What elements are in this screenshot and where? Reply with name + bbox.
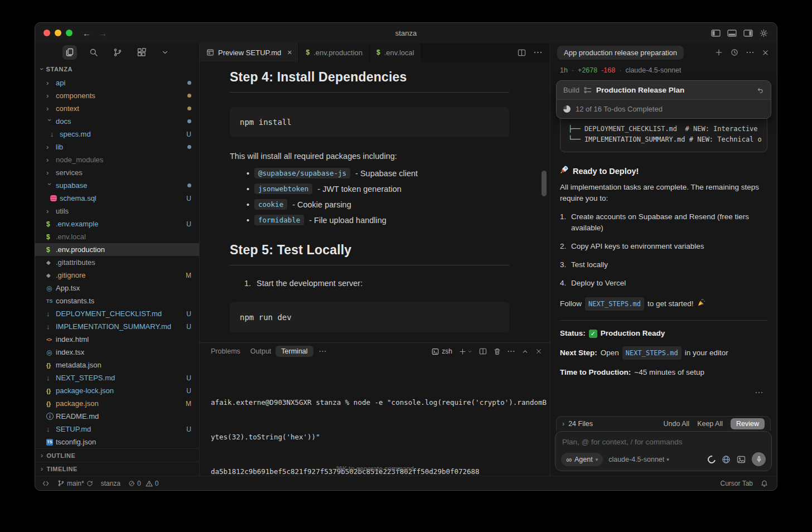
- project-name[interactable]: stanza: [101, 480, 120, 487]
- changed-files-bar[interactable]: › 24 Files Undo All Keep All Review: [556, 416, 771, 431]
- problems-indicator[interactable]: 0 0: [128, 480, 158, 487]
- generate-command-hint[interactable]: ⌘K to generate command: [200, 465, 550, 473]
- undo-icon[interactable]: [756, 86, 764, 94]
- close-panel-icon[interactable]: [535, 348, 542, 355]
- tab-env-production[interactable]: $ .env.production: [299, 43, 370, 62]
- explorer-item[interactable]: › constants.ts: [35, 294, 199, 307]
- more-icon[interactable]: [746, 51, 754, 54]
- tab-env-local[interactable]: $ .env.local: [370, 43, 422, 62]
- outline-section[interactable]: › OUTLINE: [35, 448, 199, 462]
- explorer-item[interactable]: › components: [35, 89, 199, 102]
- search-icon[interactable]: [86, 45, 101, 60]
- toggle-right-panel-icon[interactable]: [743, 30, 753, 37]
- explorer-item[interactable]: › schema.sql U: [35, 192, 199, 205]
- terminal-output[interactable]: afaik.externe@D903NX5GXR stanza % node -…: [200, 360, 550, 476]
- explorer-item[interactable]: › docs: [35, 115, 199, 128]
- trash-icon[interactable]: [494, 348, 501, 355]
- tab-problems[interactable]: Problems: [211, 347, 240, 355]
- minimize-window-button[interactable]: [55, 30, 61, 36]
- explorer-item[interactable]: › tsconfig.json: [35, 436, 199, 448]
- inline-code-file[interactable]: NEXT_STEPS.md: [585, 297, 644, 311]
- explorer-item[interactable]: › index.html: [35, 333, 199, 346]
- folder-twisty-icon: ›: [46, 119, 54, 128]
- more-icon[interactable]: [508, 350, 515, 352]
- explorer-item[interactable]: › README.md: [35, 410, 199, 423]
- explorer-item[interactable]: › metadata.json: [35, 359, 199, 371]
- new-chat-icon[interactable]: [715, 49, 723, 56]
- tab-preview-setup-md[interactable]: Preview SETUP.md ×: [200, 43, 299, 62]
- message-more-actions-icon[interactable]: [560, 386, 767, 397]
- chat-input-box[interactable]: ∞ Agent ▾ claude-4.5-sonnet ▾: [555, 431, 772, 471]
- explorer-item[interactable]: › .env.local: [35, 230, 199, 243]
- split-editor-icon[interactable]: [518, 49, 526, 56]
- todo-progress-row[interactable]: 12 of 16 To-dos Completed: [557, 99, 771, 118]
- back-arrow-icon[interactable]: ←: [83, 28, 91, 38]
- files-icon[interactable]: [62, 45, 77, 60]
- close-chat-icon[interactable]: [762, 49, 769, 56]
- tab-output[interactable]: Output: [250, 347, 272, 355]
- explorer-item[interactable]: › specs.md U: [35, 128, 199, 141]
- explorer-item[interactable]: › lib: [35, 141, 199, 153]
- shell-label[interactable]: zsh: [432, 347, 452, 355]
- split-terminal-icon[interactable]: [479, 348, 487, 355]
- chat-input[interactable]: [562, 438, 765, 446]
- todo-plan-card[interactable]: Build Production Release Plan 12 of 16 T…: [556, 80, 771, 119]
- explorer-item[interactable]: › utils: [35, 205, 199, 217]
- explorer-item[interactable]: › SETUP.md U: [35, 423, 199, 436]
- close-window-button[interactable]: [44, 30, 50, 36]
- agent-mode-selector[interactable]: ∞ Agent ▾: [561, 453, 603, 466]
- globe-icon[interactable]: [722, 455, 731, 464]
- model-selector[interactable]: claude-4.5-sonnet ▾: [608, 456, 669, 463]
- explorer-root-header[interactable]: › STANZA: [35, 62, 199, 76]
- toggle-bottom-panel-icon[interactable]: [727, 30, 737, 37]
- explorer-item[interactable]: › DEPLOYMENT_CHECKLIST.md U: [35, 307, 199, 320]
- explorer-item[interactable]: › supabase: [35, 179, 199, 192]
- image-icon[interactable]: [737, 456, 746, 463]
- explorer-item[interactable]: › services: [35, 166, 199, 179]
- message-step: 1. Create accounts on Supabase and Resen…: [560, 211, 767, 234]
- chat-message-area: 1h +2678 -168 claude-4.5-sonnet Build Pr…: [550, 62, 777, 413]
- scrollbar-thumb[interactable]: [542, 171, 547, 196]
- explorer-item[interactable]: › .env.example U: [35, 217, 199, 230]
- explorer-item[interactable]: › index.tsx: [35, 346, 199, 359]
- new-terminal-icon[interactable]: [459, 348, 472, 355]
- toggle-left-panel-icon[interactable]: [711, 30, 721, 37]
- source-control-icon[interactable]: [110, 45, 125, 60]
- extensions-icon[interactable]: [134, 45, 149, 60]
- tab-terminal[interactable]: Terminal: [276, 346, 313, 357]
- maximize-window-button[interactable]: [66, 30, 72, 36]
- explorer-item[interactable]: › IMPLEMENTATION_SUMMARY.md U: [35, 320, 199, 333]
- close-tab-icon[interactable]: ×: [287, 48, 292, 57]
- bell-icon[interactable]: [761, 480, 768, 487]
- sidebar-toolbar: [35, 43, 199, 62]
- keep-all-button[interactable]: Keep All: [697, 420, 723, 428]
- folder-twisty-icon: ›: [46, 91, 56, 100]
- undo-all-button[interactable]: Undo All: [664, 420, 690, 428]
- usage-meter-icon[interactable]: [706, 454, 717, 465]
- explorer-item[interactable]: › context: [35, 102, 199, 115]
- explorer-item[interactable]: › NEXT_STEPS.md U: [35, 371, 199, 384]
- chevron-up-icon[interactable]: [521, 348, 529, 355]
- more-actions-icon[interactable]: [534, 51, 542, 54]
- explorer-item[interactable]: › node_modules: [35, 153, 199, 166]
- explorer-item[interactable]: › .gitattributes: [35, 256, 199, 269]
- settings-gear-icon[interactable]: [760, 29, 768, 37]
- forward-arrow-icon[interactable]: →: [99, 28, 107, 38]
- more-tabs-icon[interactable]: [319, 350, 326, 352]
- chat-title-pill[interactable]: App production release preparation: [557, 46, 684, 60]
- microphone-icon[interactable]: [752, 452, 766, 466]
- cursor-tab-toggle[interactable]: Cursor Tab: [721, 480, 753, 487]
- explorer-item[interactable]: › .env.production: [35, 243, 199, 256]
- explorer-item[interactable]: › api: [35, 76, 199, 89]
- inline-code-file[interactable]: NEXT_STEPS.md: [622, 346, 682, 360]
- review-button[interactable]: Review: [731, 418, 765, 429]
- explorer-item[interactable]: › .gitignore M: [35, 269, 199, 282]
- history-clock-icon[interactable]: [731, 49, 738, 56]
- explorer-item[interactable]: › package-lock.json U: [35, 384, 199, 397]
- git-branch-indicator[interactable]: main*: [57, 480, 93, 487]
- remote-icon[interactable]: [42, 480, 50, 487]
- chevron-down-icon[interactable]: [158, 46, 172, 59]
- timeline-section[interactable]: › TIMELINE: [35, 462, 199, 475]
- explorer-item[interactable]: › App.tsx: [35, 282, 199, 294]
- explorer-item[interactable]: › package.json M: [35, 397, 199, 410]
